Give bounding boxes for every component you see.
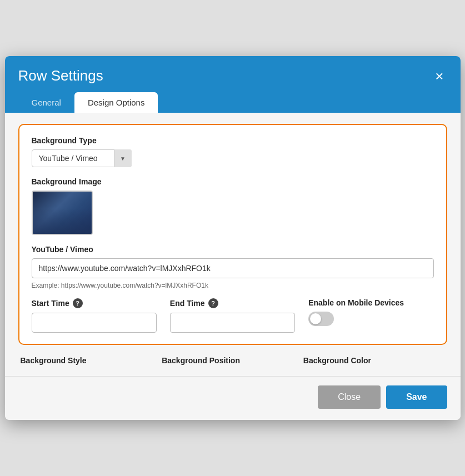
background-image-section: Background Image <box>32 177 434 235</box>
modal-title-row: Row Settings × <box>18 67 447 84</box>
end-time-help-icon[interactable]: ? <box>208 298 218 308</box>
time-mobile-row: Start Time ? End Time ? Enable on Mobile… <box>32 298 434 333</box>
design-options-section: Background Type None Color Image YouTube… <box>18 124 447 345</box>
modal-header: Row Settings × General Design Options <box>5 56 461 113</box>
end-time-field: End Time ? <box>170 298 295 333</box>
tab-design-options[interactable]: Design Options <box>74 92 158 113</box>
modal-footer: Close Save <box>5 376 461 420</box>
tabs-container: General Design Options <box>18 92 447 113</box>
toggle-thumb <box>310 313 321 324</box>
close-button[interactable]: Close <box>318 385 381 409</box>
row-settings-modal: Row Settings × General Design Options Ba… <box>5 56 461 420</box>
background-type-label: Background Type <box>32 136 434 145</box>
enable-mobile-toggle[interactable] <box>308 312 334 326</box>
save-button[interactable]: Save <box>386 385 447 409</box>
background-style-label: Background Style <box>21 354 162 367</box>
tab-general[interactable]: General <box>18 92 74 113</box>
youtube-vimeo-input[interactable] <box>32 258 434 278</box>
enable-mobile-label: Enable on Mobile Devices <box>308 298 433 307</box>
start-time-label: Start Time ? <box>32 298 157 308</box>
background-position-label: Background Position <box>162 354 303 367</box>
background-image-thumbnail[interactable] <box>32 191 93 235</box>
background-type-select[interactable]: None Color Image YouTube / Vimeo Gradien… <box>32 149 132 167</box>
background-color-label: Background Color <box>303 354 445 367</box>
start-time-help-icon[interactable]: ? <box>73 298 83 308</box>
end-time-input[interactable] <box>170 313 295 333</box>
start-time-field: Start Time ? <box>32 298 157 333</box>
end-time-label: End Time ? <box>170 298 295 308</box>
youtube-vimeo-label: YouTube / Vimeo <box>32 245 434 254</box>
modal-body: Background Type None Color Image YouTube… <box>5 113 461 376</box>
modal-title: Row Settings <box>18 67 103 84</box>
youtube-vimeo-example: Example: https://www.youtube.com/watch?v… <box>32 282 434 289</box>
thumbnail-image <box>33 192 92 234</box>
toggle-track <box>308 312 334 326</box>
background-type-wrapper: None Color Image YouTube / Vimeo Gradien… <box>32 149 132 167</box>
close-icon[interactable]: × <box>432 68 447 84</box>
bottom-labels-row: Background Style Background Position Bac… <box>18 354 447 367</box>
thumbnail-overlay <box>33 208 92 234</box>
background-image-label: Background Image <box>32 177 434 186</box>
start-time-input[interactable] <box>32 313 157 333</box>
enable-mobile-field: Enable on Mobile Devices <box>308 298 433 326</box>
youtube-vimeo-section: YouTube / Vimeo Example: https://www.you… <box>32 245 434 289</box>
